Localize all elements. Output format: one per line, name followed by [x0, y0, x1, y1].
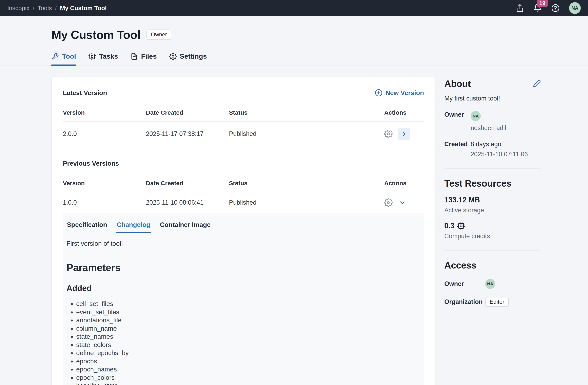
- column-header-status: Status: [229, 106, 384, 121]
- about-heading: About: [444, 78, 471, 89]
- tab-specification[interactable]: Specification: [67, 221, 107, 233]
- breadcrumb-current: My Custom Tool: [60, 5, 107, 12]
- list-item: state_colors: [76, 341, 420, 349]
- version-settings-gear-icon[interactable]: [384, 130, 393, 138]
- status-cell: Published: [229, 121, 384, 146]
- version-detail-panel: Specification Changelog Container Image …: [63, 213, 424, 385]
- compute-credits-value: 0.3: [444, 222, 454, 230]
- owner-label: Owner: [444, 111, 471, 118]
- previous-versions-heading: Previous Versions: [63, 160, 424, 167]
- version-settings-gear-icon[interactable]: [384, 198, 393, 207]
- breadcrumb-tools[interactable]: Tools: [38, 5, 52, 12]
- notification-count-badge: 19: [537, 0, 548, 7]
- created-timestamp: 2025-11-10 07:11:06: [471, 151, 528, 158]
- previous-versions-table: Version Date Created Status Actions 1.0.…: [63, 176, 424, 213]
- edit-pencil-icon[interactable]: [533, 79, 541, 88]
- main-tabs: Tool Tasks Files Settings: [0, 52, 588, 66]
- column-header-date-created: Date Created: [146, 106, 229, 121]
- table-row: 2.0.0 2025-11-17 07:38:17 Published: [63, 121, 424, 146]
- notifications-button[interactable]: 19: [533, 3, 542, 13]
- tab-files[interactable]: Files: [130, 52, 157, 66]
- column-header-actions: Actions: [384, 176, 424, 192]
- date-created-cell: 2025-11-10 08:06:41: [146, 192, 229, 213]
- user-avatar[interactable]: NA: [569, 2, 581, 14]
- changelog-text: First version of tool!: [66, 240, 420, 247]
- date-created-cell: 2025-11-17 07:38:17: [146, 121, 229, 146]
- page-title: My Custom Tool: [52, 28, 140, 42]
- tab-label: Files: [141, 52, 157, 60]
- version-detail-tabs: Specification Changelog Container Image: [66, 221, 210, 233]
- list-item: annotations_file: [76, 316, 420, 324]
- collapse-version-button[interactable]: [398, 198, 407, 207]
- owner-role-badge: Owner: [147, 29, 171, 40]
- access-owner-avatar[interactable]: NA: [485, 279, 495, 289]
- created-relative-time: 8 days ago: [471, 140, 528, 148]
- tool-versions-card: Latest Version New Version Version Date …: [52, 77, 435, 385]
- created-label: Created: [444, 140, 471, 148]
- version-cell: 2.0.0: [63, 121, 146, 146]
- chip-icon: [457, 222, 465, 230]
- tab-settings[interactable]: Settings: [169, 52, 207, 66]
- compute-credits-label: Compute credits: [444, 232, 541, 240]
- organization-label: Organization: [444, 298, 485, 306]
- column-header-version: Version: [63, 176, 146, 192]
- test-resources-heading: Test Resources: [444, 178, 541, 189]
- list-item: event_set_files: [76, 308, 420, 316]
- chevron-right-icon: [401, 131, 407, 137]
- active-storage-value: 133.12 MB: [444, 196, 541, 204]
- latest-version-heading: Latest Version: [63, 89, 107, 97]
- gear-icon: [169, 53, 177, 60]
- table-row: 1.0.0 2025-11-10 08:06:41 Published: [63, 192, 424, 213]
- help-icon[interactable]: [551, 4, 560, 12]
- new-version-label: New Version: [385, 89, 424, 97]
- wrench-icon: [52, 53, 59, 60]
- owner-name: nosheen adil: [471, 124, 506, 132]
- added-parameters-list: cell_set_files event_set_files annotatio…: [66, 300, 420, 385]
- list-item: epochs: [76, 357, 420, 365]
- status-cell: Published: [229, 192, 384, 213]
- column-header-date-created: Date Created: [146, 176, 229, 192]
- breadcrumb-separator: /: [55, 5, 57, 12]
- breadcrumb: Inscopix / Tools / My Custom Tool: [7, 5, 107, 12]
- list-item: state_names: [76, 332, 420, 341]
- tab-tasks[interactable]: Tasks: [88, 52, 118, 66]
- access-heading: Access: [444, 260, 541, 271]
- tab-container-image[interactable]: Container Image: [160, 221, 210, 233]
- column-header-actions: Actions: [384, 106, 424, 121]
- plus-circle-icon: [375, 89, 382, 97]
- latest-version-table: Version Date Created Status Actions 2.0.…: [63, 106, 424, 146]
- tab-label: Settings: [180, 52, 207, 60]
- owner-avatar[interactable]: NA: [471, 111, 481, 121]
- open-version-button[interactable]: [398, 128, 410, 140]
- chevron-down-icon: [399, 200, 405, 206]
- list-item: epoch_names: [76, 365, 420, 373]
- divider: [444, 250, 541, 250]
- list-item: define_epochs_by: [76, 349, 420, 357]
- divider: [444, 168, 541, 169]
- file-icon: [130, 53, 138, 60]
- tab-tool[interactable]: Tool: [52, 52, 76, 66]
- new-version-button[interactable]: New Version: [375, 89, 424, 97]
- column-header-version: Version: [63, 106, 146, 121]
- sidebar: About My first custom tool! Owner NA nos…: [444, 77, 541, 307]
- list-item: epoch_colors: [76, 373, 420, 382]
- parameters-heading: Parameters: [66, 262, 420, 273]
- organization-role-badge: Editor: [485, 297, 509, 307]
- added-heading: Added: [66, 284, 420, 293]
- list-item: cell_set_files: [76, 300, 420, 308]
- tab-changelog[interactable]: Changelog: [117, 221, 150, 233]
- version-cell: 1.0.0: [63, 192, 146, 213]
- topbar: Inscopix / Tools / My Custom Tool 19 NA: [0, 0, 588, 16]
- chip-icon: [88, 53, 96, 60]
- tab-label: Tool: [62, 52, 76, 60]
- list-item: column_name: [76, 324, 420, 333]
- access-owner-label: Owner: [444, 280, 485, 288]
- column-header-status: Status: [229, 176, 384, 192]
- breadcrumb-separator: /: [33, 5, 34, 12]
- active-storage-label: Active storage: [444, 207, 541, 214]
- share-icon[interactable]: [516, 4, 524, 12]
- tab-label: Tasks: [99, 52, 118, 60]
- breadcrumb-inscopix[interactable]: Inscopix: [7, 5, 29, 12]
- list-item: baseline_state: [76, 382, 420, 385]
- tool-description: My first custom tool!: [444, 95, 541, 102]
